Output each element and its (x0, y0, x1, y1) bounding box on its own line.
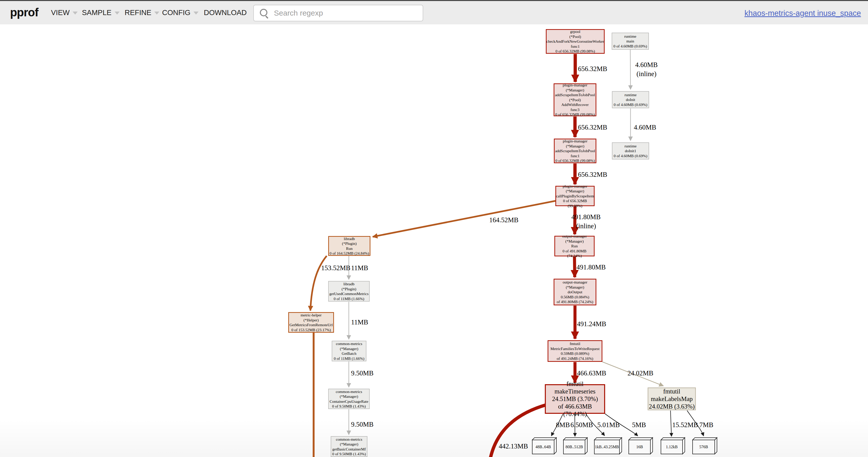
menu-view-label: VIEW (51, 8, 70, 17)
edge-run-to-dooutput (575, 257, 575, 277)
node-runtime-main[interactable]: runtime main 0 of 4.60MB (0.69%) (612, 33, 649, 50)
node-fmtutil-makelabelsmap[interactable]: fmtutil makeLabelsMap 24.02MB (3.63%) (648, 387, 696, 410)
node-outputmanager-dooutput[interactable]: output-manager (*Manager) doOutput 0.56M… (554, 279, 596, 305)
search-input[interactable] (253, 5, 423, 21)
node-outputmanager-run[interactable]: output-manager (*Manager) Run 0 of 491.8… (554, 236, 595, 256)
edge-label-656mb-2: 656.32MB (578, 123, 607, 132)
chevron-down-icon (193, 11, 198, 14)
leaf-576b[interactable]: 576B (692, 440, 715, 454)
menu-view[interactable]: VIEW (51, 8, 78, 17)
edge-label-950mb-2: 9.50MB (351, 420, 373, 429)
edge-label-15352mb: 153.52MB (321, 263, 350, 272)
edge-label-656mb-3: 656.32MB (578, 170, 607, 179)
toolbar: pprof VIEW SAMPLE REFINE CONFIG DOWNLOAD… (0, 0, 868, 24)
chevron-down-icon (115, 11, 120, 14)
leaf-16b[interactable]: 16B (629, 440, 650, 454)
edge-label-16452mb: 164.52MB (479, 216, 529, 225)
edge-label-950mb-1: 9.50MB (351, 369, 373, 378)
node-pluginmanager-addscrapeitemtojobpool-addwithrecover[interactable]: plugin-manager (*Manager) addScrapeItemT… (554, 84, 596, 116)
edge-makelabelsmap-to-112kb (671, 411, 672, 436)
edge-label-11mb-1: 11MB (351, 263, 368, 272)
leaf-80b-512b[interactable]: 80B..512B (563, 440, 585, 454)
edge-label-656mb-1: 656.32MB (578, 64, 607, 73)
menu-refine-label: REFINE (125, 8, 151, 17)
edge-label-650mb: 6.50MB (570, 420, 593, 429)
menu-config-label: CONFIG (162, 8, 190, 17)
edge-label-460mb-inline: 4.60MB (inline) (623, 60, 670, 78)
edge-label-460mb: 4.60MB (634, 123, 656, 132)
leaf-48b-64b[interactable]: 48B..64B (532, 440, 554, 454)
edge-label-44213mb: 442.13MB (476, 442, 528, 451)
edge-label-46663mb: 466.63MB (577, 369, 606, 378)
node-commonmetrics-getbasiccontainermf[interactable]: common-metrics (*Manager) getBasicContai… (331, 436, 367, 457)
call-graph: grpool (*Pool) checkAndForkNewGoroutineW… (0, 24, 868, 457)
node-pluginmanager-addscrapeitemtojobpool-func1[interactable]: plugin-manager (*Manager) addScrapeItemT… (554, 139, 596, 163)
edge-label-49180mb-inline: 491.80MB (inline) (561, 213, 611, 230)
chevron-down-icon (73, 11, 78, 14)
chevron-down-icon (154, 11, 159, 14)
menu-download-label: DOWNLOAD (204, 8, 247, 17)
node-libradb-getusedcommonmetrics[interactable]: libradb (*Plugin) getUsedCommonMetrics 0… (328, 281, 370, 301)
search-container (253, 5, 423, 21)
node-libradb-run[interactable]: libradb (*Plugin) Run 0 of 164.52MB (24.… (328, 236, 370, 256)
graph-canvas (0, 24, 868, 457)
leaf-112kb[interactable]: 1.12kB (661, 440, 683, 454)
search-icon (260, 9, 268, 16)
menu-config[interactable]: CONFIG (162, 8, 198, 17)
edge-label-1552mb: 15.52MB (672, 420, 698, 429)
profile-link[interactable]: khaos-metrics-agent inuse_space (744, 9, 861, 18)
leaf-1kb-4325mb[interactable]: 1kB..43.25MB (594, 440, 619, 454)
node-runtime-doinit[interactable]: runtime doInit 0 of 4.60MB (0.69%) (612, 91, 649, 108)
edge-label-11mb-2: 11MB (351, 318, 368, 327)
menu-sample-label: SAMPLE (82, 8, 112, 17)
node-fmtutil-metricfamiliestowriterequest[interactable]: fmtutil MetricFamiliesToWriteRequest 0.5… (548, 340, 602, 362)
menu-sample[interactable]: SAMPLE (82, 8, 120, 17)
edge-label-501mb: 5.01MB (597, 420, 620, 429)
node-commonmetrics-getbatch[interactable]: common-metrics (*Manager) GetBatch 0 of … (332, 341, 366, 361)
edge-label-2402mb: 24.02MB (627, 369, 653, 378)
edge-label-7mb: 7MB (700, 420, 713, 429)
node-commonmetrics-containercpuusagerate[interactable]: common-metrics (*Manager) ContainerCpuUs… (328, 389, 370, 409)
edge-label-49180mb: 491.80MB (577, 263, 606, 272)
node-pluginmanager-callpluginbyscrapeitem[interactable]: plugin-manager (*Manager) callPluginBySc… (555, 186, 595, 206)
menu-refine[interactable]: REFINE (125, 8, 159, 17)
edge-label-8mb: 8MB (556, 420, 570, 429)
node-grpool-checkandforknewgoroutineworker[interactable]: grpool (*Pool) checkAndForkNewGoroutineW… (546, 29, 604, 54)
node-fmtutil-maketimeseries[interactable]: fmtutil makeTimeseries 24.51MB (3.70%) o… (545, 384, 605, 414)
edge-label-49124mb: 491.24MB (577, 319, 606, 328)
node-runtime-doinit1[interactable]: runtime doInit1 0 of 4.60MB (0.69%) (612, 142, 649, 159)
menu-download[interactable]: DOWNLOAD (204, 8, 247, 17)
pprof-logo: pprof (10, 5, 38, 19)
edge-label-5mb: 5MB (632, 420, 646, 429)
node-metrichelper-getmetricsfromremoteurl[interactable]: metric-helper (*Helper) GetMetricsFromRe… (288, 312, 334, 333)
